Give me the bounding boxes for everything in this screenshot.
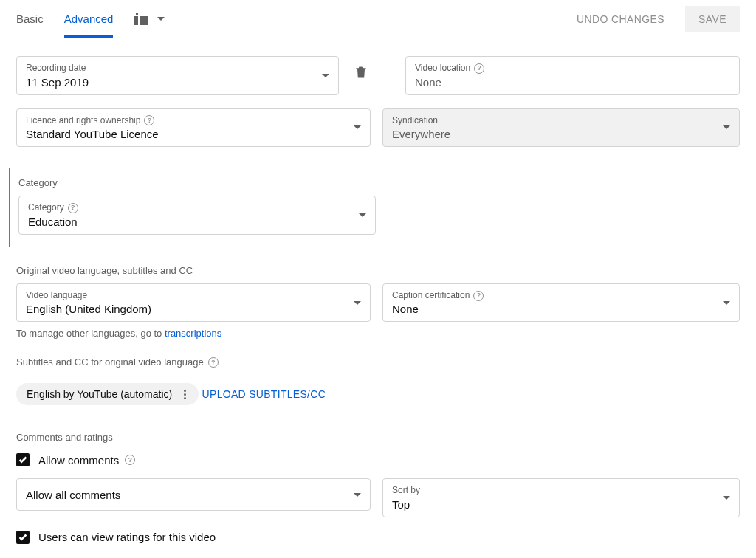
recording-date-label: Recording date — [26, 63, 316, 75]
ratings-row: Users can view ratings for this video — [16, 531, 740, 544]
check-icon — [18, 532, 28, 542]
sort-by-field[interactable]: Sort by Top — [382, 478, 740, 517]
licence-field[interactable]: Licence and rights ownership ? Standard … — [16, 108, 371, 148]
check-icon — [18, 455, 28, 465]
category-section-title: Category — [18, 177, 376, 188]
ratings-checkbox[interactable] — [16, 531, 30, 544]
chevron-down-icon — [723, 496, 730, 500]
video-language-value: English (United Kingdom) — [26, 303, 348, 315]
category-field[interactable]: Category ? Education — [18, 196, 376, 235]
sort-by-label: Sort by — [392, 485, 717, 497]
syndication-value: Everywhere — [392, 128, 717, 140]
syndication-field: Syndication Everywhere — [382, 108, 740, 148]
caption-certification-field[interactable]: Caption certification ? None — [382, 283, 740, 323]
upload-subtitles-button[interactable]: UPLOAD SUBTITLES/CC — [202, 388, 326, 400]
video-language-field[interactable]: Video language English (United Kingdom) — [16, 283, 371, 323]
syndication-label: Syndication — [392, 115, 717, 127]
video-language-label: Video language — [26, 290, 348, 302]
allow-comments-label: Allow comments ? — [38, 454, 135, 466]
trash-icon — [354, 65, 368, 80]
tubebuddy-icon[interactable] — [134, 13, 165, 25]
video-location-value: None — [415, 76, 730, 89]
chevron-down-icon — [723, 125, 730, 129]
row-licence-syndication: Licence and rights ownership ? Standard … — [16, 108, 740, 148]
content: Recording date 11 Sep 2019 Video locatio… — [0, 38, 756, 544]
help-icon[interactable]: ? — [68, 203, 78, 213]
comment-mode-field[interactable]: Allow all comments — [16, 478, 371, 511]
header: Basic Advanced UNDO CHANGES SAVE — [0, 0, 756, 38]
chevron-down-icon — [322, 74, 329, 78]
ratings-label: Users can view ratings for this video — [38, 531, 216, 543]
chevron-down-icon — [723, 301, 730, 305]
video-location-label: Video location ? — [415, 63, 730, 75]
comment-mode-value: Allow all comments — [26, 489, 348, 501]
help-icon[interactable]: ? — [474, 63, 484, 74]
cc-chip[interactable]: English by YouTube (automatic) — [16, 383, 199, 405]
chevron-down-icon — [354, 125, 361, 129]
undo-changes-button[interactable]: UNDO CHANGES — [563, 6, 678, 32]
cc-subsection-label: Subtitles and CC for original video lang… — [16, 356, 740, 368]
language-hint: To manage other languages, go to transcr… — [16, 328, 740, 339]
category-label: Category ? — [28, 202, 353, 214]
licence-label: Licence and rights ownership ? — [26, 115, 348, 127]
cc-chip-label: English by YouTube (automatic) — [27, 388, 172, 400]
category-highlight: Category Category ? Education — [9, 168, 385, 247]
chevron-down-icon — [157, 17, 165, 21]
chevron-down-icon — [354, 301, 361, 305]
row-language-caption: Video language English (United Kingdom) … — [16, 283, 740, 323]
comments-section-title: Comments and ratings — [16, 432, 740, 443]
delete-recording-date-button[interactable] — [351, 56, 371, 80]
chevron-down-icon — [359, 213, 366, 217]
video-location-field[interactable]: Video location ? None — [405, 56, 740, 95]
tab-advanced[interactable]: Advanced — [64, 0, 114, 38]
caption-certification-label: Caption certification ? — [392, 290, 717, 302]
language-section-title: Original video language, subtitles and C… — [16, 265, 740, 276]
tab-basic[interactable]: Basic — [16, 0, 44, 38]
sort-by-value: Top — [392, 498, 717, 511]
allow-comments-row: Allow comments ? — [16, 453, 740, 466]
more-icon[interactable] — [178, 390, 191, 399]
chevron-down-icon — [354, 493, 361, 497]
recording-date-field[interactable]: Recording date 11 Sep 2019 — [16, 56, 339, 95]
row-comment-mode-sort: Allow all comments Sort by Top — [16, 478, 740, 517]
recording-date-value: 11 Sep 2019 — [26, 76, 316, 89]
help-icon[interactable]: ? — [473, 291, 484, 301]
help-icon[interactable]: ? — [208, 357, 219, 368]
save-button[interactable]: SAVE — [685, 6, 740, 32]
header-actions: UNDO CHANGES SAVE — [563, 6, 740, 32]
tabs: Basic Advanced — [16, 0, 165, 38]
help-icon[interactable]: ? — [125, 455, 135, 465]
category-value: Education — [28, 216, 353, 228]
allow-comments-checkbox[interactable] — [16, 453, 30, 466]
transcriptions-link[interactable]: transcriptions — [165, 328, 221, 339]
help-icon[interactable]: ? — [144, 115, 154, 125]
licence-value: Standard YouTube Licence — [26, 128, 348, 140]
caption-certification-value: None — [392, 303, 717, 315]
row-recording-location: Recording date 11 Sep 2019 Video locatio… — [16, 56, 740, 95]
